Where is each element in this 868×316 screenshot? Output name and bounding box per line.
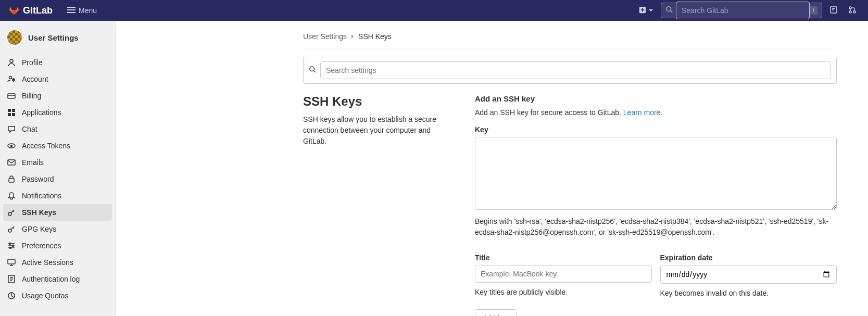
svg-point-9 bbox=[10, 59, 13, 62]
sidebar-item-label: Applications bbox=[22, 108, 61, 117]
sidebar-item-label: Profile bbox=[22, 58, 43, 67]
add-key-button[interactable]: Add key bbox=[475, 309, 517, 316]
key-textarea[interactable] bbox=[475, 137, 837, 210]
avatar bbox=[6, 29, 23, 46]
sidebar-item-label: Account bbox=[22, 75, 48, 83]
breadcrumb: User Settings SSH Keys bbox=[303, 29, 837, 48]
sidebar-item-notifications[interactable]: Notifications bbox=[0, 187, 115, 204]
account-icon bbox=[7, 75, 16, 83]
sidebar-item-label: Billing bbox=[22, 92, 41, 100]
svg-rect-0 bbox=[67, 7, 76, 8]
svg-rect-16 bbox=[12, 113, 15, 116]
svg-point-11 bbox=[12, 79, 15, 81]
svg-rect-14 bbox=[12, 109, 15, 112]
sidebar-item-account[interactable]: Account bbox=[0, 71, 115, 87]
svg-point-7 bbox=[849, 11, 851, 13]
key-label: Key bbox=[475, 125, 837, 134]
sidebar-item-label: Emails bbox=[22, 158, 44, 167]
global-search-input[interactable] bbox=[676, 2, 810, 19]
sidebar-item-emails[interactable]: Emails bbox=[0, 154, 115, 171]
breadcrumb-current: SSH Keys bbox=[358, 32, 392, 41]
svg-point-4 bbox=[666, 7, 671, 11]
sidebar-item-chat[interactable]: Chat bbox=[0, 121, 115, 137]
svg-point-24 bbox=[12, 245, 14, 247]
sidebar-nav: ProfileAccountBillingApplicationsChatAcc… bbox=[0, 54, 115, 304]
svg-rect-26 bbox=[8, 259, 15, 264]
applications-icon bbox=[7, 108, 16, 117]
sidebar-item-label: Notifications bbox=[22, 192, 61, 200]
sidebar-item-gpg-keys[interactable]: GPG Keys bbox=[0, 221, 115, 237]
sidebar-item-password[interactable]: Password bbox=[0, 171, 115, 187]
sidebar-item-usage-quotas[interactable]: Usage Quotas bbox=[0, 287, 115, 304]
bell-icon bbox=[7, 192, 16, 200]
breadcrumb-parent[interactable]: User Settings bbox=[303, 32, 347, 41]
search-icon bbox=[309, 66, 316, 75]
issues-button[interactable] bbox=[826, 3, 841, 19]
svg-rect-1 bbox=[67, 9, 76, 10]
sidebar-item-active-sessions[interactable]: Active Sessions bbox=[0, 254, 115, 271]
svg-rect-2 bbox=[67, 12, 76, 13]
key-icon bbox=[7, 208, 16, 217]
svg-point-23 bbox=[9, 243, 11, 245]
chevron-right-icon bbox=[350, 32, 355, 41]
svg-point-10 bbox=[9, 77, 12, 79]
chat-icon bbox=[7, 125, 16, 133]
svg-rect-12 bbox=[8, 94, 15, 98]
svg-rect-19 bbox=[8, 160, 15, 165]
search-icon bbox=[665, 6, 673, 15]
sidebar-item-label: GPG Keys bbox=[22, 225, 56, 233]
sidebar-item-label: Authentication log bbox=[22, 275, 80, 283]
sidebar-item-access-tokens[interactable]: Access Tokens bbox=[0, 137, 115, 154]
chevron-down-icon bbox=[648, 7, 653, 15]
search-settings-input[interactable] bbox=[320, 61, 831, 79]
sidebar-item-applications[interactable]: Applications bbox=[0, 104, 115, 121]
plus-icon bbox=[639, 6, 646, 15]
billing-icon bbox=[7, 92, 16, 100]
gitlab-logo-icon bbox=[8, 4, 20, 18]
merge-request-icon bbox=[848, 6, 857, 16]
search-settings[interactable] bbox=[303, 57, 837, 84]
title-input[interactable] bbox=[475, 265, 652, 283]
learn-more-link[interactable]: Learn more. bbox=[623, 108, 662, 117]
sidebar-item-profile[interactable]: Profile bbox=[0, 54, 115, 71]
sidebar-item-preferences[interactable]: Preferences bbox=[0, 237, 115, 254]
sidebar-item-label: SSH Keys bbox=[22, 208, 56, 217]
title-help-text: Key titles are publicly visible. bbox=[475, 287, 652, 298]
expiration-label: Expiration date bbox=[660, 254, 837, 262]
add-key-heading: Add an SSH key bbox=[475, 94, 837, 103]
issues-icon bbox=[829, 6, 838, 16]
add-key-intro: Add an SSH key for secure access to GitL… bbox=[475, 107, 837, 118]
page-title: SSH Keys bbox=[303, 94, 454, 109]
sidebar-item-authentication-log[interactable]: Authentication log bbox=[0, 271, 115, 287]
merge-requests-button[interactable] bbox=[845, 3, 860, 19]
sidebar-item-billing[interactable]: Billing bbox=[0, 87, 115, 104]
monitor-icon bbox=[7, 258, 16, 267]
svg-rect-20 bbox=[9, 179, 14, 182]
title-label: Title bbox=[475, 254, 652, 262]
page-description: SSH keys allow you to establish a secure… bbox=[303, 114, 454, 147]
key-icon bbox=[7, 225, 16, 233]
sidebar-item-label: Preferences bbox=[22, 242, 61, 250]
key-help-text: Begins with 'ssh-rsa', 'ecdsa-sha2-nistp… bbox=[475, 216, 837, 238]
profile-icon bbox=[7, 58, 16, 67]
preferences-icon bbox=[7, 242, 16, 250]
menu-button[interactable]: Menu bbox=[63, 3, 101, 19]
hamburger-icon bbox=[67, 6, 76, 16]
sidebar-item-label: Chat bbox=[22, 125, 37, 133]
sidebar-item-label: Usage Quotas bbox=[22, 292, 69, 300]
svg-point-6 bbox=[849, 7, 851, 9]
expiration-input[interactable] bbox=[660, 265, 837, 284]
topbar: GitLab Menu / bbox=[0, 0, 868, 21]
sidebar-item-label: Password bbox=[22, 175, 54, 183]
sidebar-item-ssh-keys[interactable]: SSH Keys bbox=[3, 204, 112, 221]
sidebar-title: User Settings bbox=[28, 33, 79, 42]
search-shortcut-hint: / bbox=[810, 6, 817, 15]
sidebar: User Settings ProfileAccountBillingAppli… bbox=[0, 21, 116, 316]
new-button[interactable] bbox=[636, 3, 657, 18]
svg-rect-15 bbox=[8, 113, 11, 116]
sidebar-item-label: Access Tokens bbox=[22, 142, 70, 150]
brand-logo[interactable]: GitLab bbox=[8, 4, 53, 18]
svg-point-18 bbox=[11, 145, 12, 147]
expiration-help-text: Key becomes invalid on this date. bbox=[660, 288, 837, 299]
global-search[interactable]: / bbox=[661, 3, 822, 18]
